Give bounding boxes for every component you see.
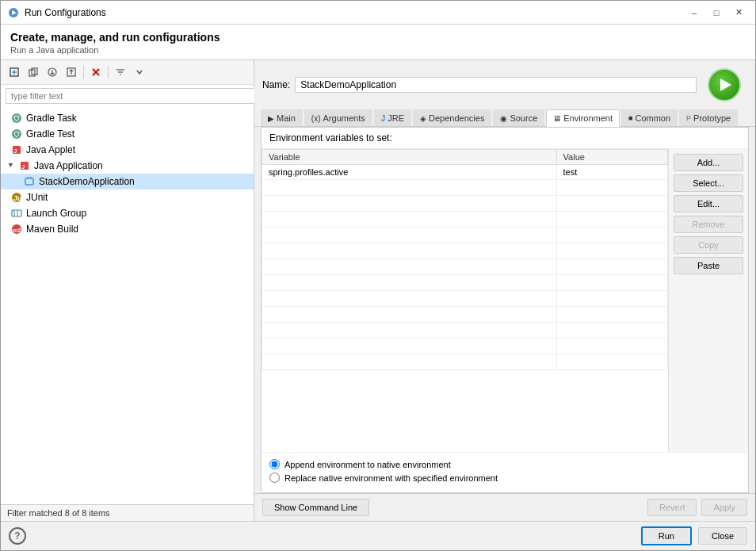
- empty-row-8: [262, 291, 668, 307]
- env-header: Environment variables to set:: [262, 128, 748, 149]
- export-button[interactable]: [44, 63, 61, 81]
- run-button[interactable]: Run: [641, 526, 692, 545]
- tab-prototype[interactable]: P Prototype: [679, 109, 738, 126]
- replace-radio-item: Replace native environment with specifie…: [269, 473, 740, 483]
- empty-row-3: [262, 212, 668, 228]
- edit-button[interactable]: Edit...: [674, 195, 743, 212]
- tree-item-junit[interactable]: Ju JUnit: [1, 189, 254, 205]
- revert-button[interactable]: Revert: [647, 499, 697, 516]
- launch-group-label: Launch Group: [26, 208, 86, 219]
- source-tab-icon: ◉: [500, 114, 507, 123]
- header-title: Create, manage, and run configurations: [10, 31, 220, 44]
- gradle-task-label: Gradle Task: [26, 113, 77, 124]
- status-bar: Filter matched 8 of 8 items: [1, 504, 254, 521]
- tab-main[interactable]: ▶ Main: [261, 109, 303, 126]
- maximize-button[interactable]: □: [706, 5, 727, 21]
- select-button[interactable]: Select...: [674, 174, 743, 192]
- import-button[interactable]: [63, 63, 80, 81]
- tab-common-label: Common: [635, 113, 670, 123]
- tree-item-java-application[interactable]: ▼ J Java Application: [1, 158, 254, 174]
- launch-group-icon: [10, 207, 23, 220]
- svg-rect-22: [25, 178, 33, 185]
- deps-tab-icon: ◈: [420, 114, 426, 123]
- tab-jre[interactable]: J JRE: [374, 109, 411, 126]
- window-title: Run Configurations: [25, 7, 684, 18]
- value-cell: test: [556, 165, 667, 180]
- remove-button[interactable]: Remove: [674, 216, 743, 233]
- empty-row-12: [262, 354, 668, 370]
- value-column-header: Value: [556, 150, 667, 165]
- bottom-bar: Show Command Line Revert Apply: [254, 493, 755, 521]
- tab-main-label: Main: [277, 113, 296, 123]
- java-application-label: Java Application: [34, 160, 103, 171]
- replace-label: Replace native environment with specifie…: [284, 473, 498, 483]
- window-icon: [7, 6, 20, 19]
- tab-jre-label: JRE: [388, 113, 404, 123]
- svg-rect-27: [12, 210, 21, 216]
- empty-row-6: [262, 259, 668, 275]
- arguments-tab-icon: (x): [311, 114, 321, 123]
- stack-demo-icon: [23, 175, 36, 188]
- copy-button[interactable]: Copy: [674, 236, 743, 254]
- apply-button[interactable]: Apply: [701, 499, 747, 516]
- tab-dependencies-label: Dependencies: [429, 113, 484, 123]
- name-input[interactable]: [295, 77, 697, 93]
- jre-tab-icon: J: [381, 114, 386, 123]
- tree-item-stack-demo[interactable]: StackDemoApplication: [1, 174, 254, 189]
- tab-arguments-label: Arguments: [323, 113, 365, 123]
- add-button[interactable]: Add...: [674, 154, 743, 171]
- run-configurations-window: Run Configurations – □ ✕ Create, manage,…: [0, 0, 756, 551]
- paste-button[interactable]: Paste: [674, 257, 743, 274]
- new-config-button[interactable]: [6, 63, 23, 81]
- env-header-label: Environment variables to set:: [269, 132, 392, 143]
- java-applet-label: Java Applet: [26, 144, 75, 155]
- java-application-icon: J: [18, 159, 31, 172]
- env-buttons-panel: Add... Select... Edit... Remove Copy Pas…: [668, 149, 748, 452]
- filter-dropdown-button[interactable]: [131, 63, 148, 81]
- tab-environment[interactable]: 🖥 Environment: [546, 109, 620, 127]
- close-button[interactable]: Close: [698, 527, 747, 545]
- tree-item-launch-group[interactable]: Launch Group: [1, 205, 254, 221]
- footer-bar: ? Run Close: [1, 521, 755, 550]
- run-configuration-icon: [708, 68, 741, 101]
- append-radio[interactable]: [269, 459, 280, 469]
- stack-demo-label: StackDemoApplication: [39, 176, 135, 187]
- common-tab-icon: ■: [628, 114, 632, 122]
- tab-arguments[interactable]: (x) Arguments: [304, 109, 372, 126]
- filter-toggle-button[interactable]: [112, 63, 129, 81]
- empty-row-9: [262, 307, 668, 323]
- empty-row-2: [262, 196, 668, 212]
- window-controls: – □ ✕: [684, 5, 749, 21]
- env-tab-icon: 🖥: [553, 114, 561, 123]
- name-label: Name:: [262, 79, 290, 90]
- tab-source[interactable]: ◉ Source: [493, 109, 544, 126]
- table-row[interactable]: spring.profiles.active test: [262, 165, 668, 180]
- replace-radio[interactable]: [269, 473, 280, 483]
- left-toolbar: [1, 60, 254, 85]
- proto-tab-icon: P: [686, 114, 691, 122]
- play-triangle: [720, 78, 731, 91]
- filter-input[interactable]: [6, 88, 258, 104]
- append-radio-item: Append environment to native environment: [269, 459, 740, 469]
- variable-column-header: Variable: [262, 150, 557, 165]
- append-label: Append environment to native environment: [284, 460, 451, 469]
- empty-row-5: [262, 243, 668, 259]
- help-button[interactable]: ?: [9, 527, 26, 545]
- minimize-button[interactable]: –: [684, 5, 704, 21]
- empty-row-1: [262, 180, 668, 196]
- svg-text:m2: m2: [13, 228, 21, 233]
- status-text: Filter matched 8 of 8 items: [7, 508, 110, 518]
- tree-item-java-applet[interactable]: J Java Applet: [1, 142, 254, 158]
- empty-row-10: [262, 323, 668, 339]
- delete-button[interactable]: [87, 63, 105, 81]
- tab-common[interactable]: ■ Common: [621, 109, 678, 126]
- duplicate-button[interactable]: [25, 63, 42, 81]
- tree-item-maven-build[interactable]: m2 Maven Build: [1, 221, 254, 237]
- show-command-line-button[interactable]: Show Command Line: [262, 499, 369, 516]
- environment-content: Environment variables to set: Variable V…: [261, 127, 749, 493]
- tab-dependencies[interactable]: ◈ Dependencies: [413, 109, 491, 126]
- close-window-button[interactable]: ✕: [728, 5, 749, 21]
- gradle-task-icon: [10, 112, 23, 124]
- tree-item-gradle-test[interactable]: Gradle Test: [1, 126, 254, 142]
- tree-item-gradle-task[interactable]: Gradle Task: [1, 110, 254, 126]
